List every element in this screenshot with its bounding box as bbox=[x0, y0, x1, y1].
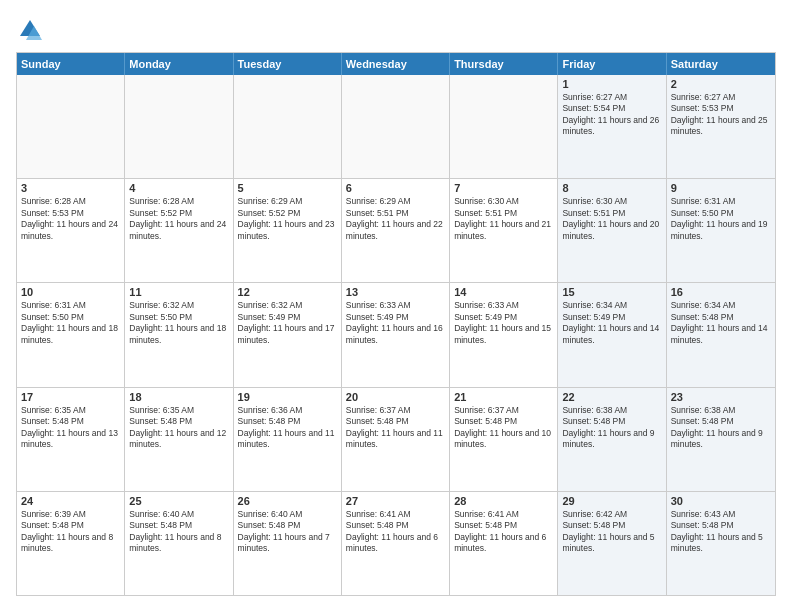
day-number: 7 bbox=[454, 182, 553, 194]
day-info: Sunrise: 6:36 AM Sunset: 5:48 PM Dayligh… bbox=[238, 405, 337, 451]
cal-cell: 22Sunrise: 6:38 AM Sunset: 5:48 PM Dayli… bbox=[558, 388, 666, 491]
day-info: Sunrise: 6:38 AM Sunset: 5:48 PM Dayligh… bbox=[562, 405, 661, 451]
day-info: Sunrise: 6:32 AM Sunset: 5:50 PM Dayligh… bbox=[129, 300, 228, 346]
day-info: Sunrise: 6:35 AM Sunset: 5:48 PM Dayligh… bbox=[129, 405, 228, 451]
day-number: 29 bbox=[562, 495, 661, 507]
cal-cell: 27Sunrise: 6:41 AM Sunset: 5:48 PM Dayli… bbox=[342, 492, 450, 595]
cal-cell: 13Sunrise: 6:33 AM Sunset: 5:49 PM Dayli… bbox=[342, 283, 450, 386]
day-number: 8 bbox=[562, 182, 661, 194]
day-number: 25 bbox=[129, 495, 228, 507]
day-number: 20 bbox=[346, 391, 445, 403]
day-number: 30 bbox=[671, 495, 771, 507]
calendar-body: 1Sunrise: 6:27 AM Sunset: 5:54 PM Daylig… bbox=[17, 75, 775, 595]
cal-cell: 11Sunrise: 6:32 AM Sunset: 5:50 PM Dayli… bbox=[125, 283, 233, 386]
day-number: 22 bbox=[562, 391, 661, 403]
cal-cell bbox=[125, 75, 233, 178]
calendar-header: SundayMondayTuesdayWednesdayThursdayFrid… bbox=[17, 53, 775, 75]
day-number: 18 bbox=[129, 391, 228, 403]
day-info: Sunrise: 6:27 AM Sunset: 5:53 PM Dayligh… bbox=[671, 92, 771, 138]
day-info: Sunrise: 6:34 AM Sunset: 5:49 PM Dayligh… bbox=[562, 300, 661, 346]
cal-cell: 29Sunrise: 6:42 AM Sunset: 5:48 PM Dayli… bbox=[558, 492, 666, 595]
day-info: Sunrise: 6:33 AM Sunset: 5:49 PM Dayligh… bbox=[346, 300, 445, 346]
day-number: 11 bbox=[129, 286, 228, 298]
day-number: 6 bbox=[346, 182, 445, 194]
day-number: 27 bbox=[346, 495, 445, 507]
day-number: 2 bbox=[671, 78, 771, 90]
day-info: Sunrise: 6:37 AM Sunset: 5:48 PM Dayligh… bbox=[454, 405, 553, 451]
day-info: Sunrise: 6:43 AM Sunset: 5:48 PM Dayligh… bbox=[671, 509, 771, 555]
header-cell-friday: Friday bbox=[558, 53, 666, 75]
header-cell-thursday: Thursday bbox=[450, 53, 558, 75]
header-cell-sunday: Sunday bbox=[17, 53, 125, 75]
day-number: 28 bbox=[454, 495, 553, 507]
day-number: 5 bbox=[238, 182, 337, 194]
day-info: Sunrise: 6:28 AM Sunset: 5:52 PM Dayligh… bbox=[129, 196, 228, 242]
cal-cell: 5Sunrise: 6:29 AM Sunset: 5:52 PM Daylig… bbox=[234, 179, 342, 282]
day-number: 10 bbox=[21, 286, 120, 298]
cal-cell: 28Sunrise: 6:41 AM Sunset: 5:48 PM Dayli… bbox=[450, 492, 558, 595]
page: SundayMondayTuesdayWednesdayThursdayFrid… bbox=[0, 0, 792, 612]
day-info: Sunrise: 6:32 AM Sunset: 5:49 PM Dayligh… bbox=[238, 300, 337, 346]
cal-cell: 24Sunrise: 6:39 AM Sunset: 5:48 PM Dayli… bbox=[17, 492, 125, 595]
cal-cell: 7Sunrise: 6:30 AM Sunset: 5:51 PM Daylig… bbox=[450, 179, 558, 282]
cal-cell bbox=[234, 75, 342, 178]
day-number: 15 bbox=[562, 286, 661, 298]
week-row-3: 17Sunrise: 6:35 AM Sunset: 5:48 PM Dayli… bbox=[17, 388, 775, 492]
cal-cell bbox=[342, 75, 450, 178]
cal-cell: 6Sunrise: 6:29 AM Sunset: 5:51 PM Daylig… bbox=[342, 179, 450, 282]
cal-cell: 15Sunrise: 6:34 AM Sunset: 5:49 PM Dayli… bbox=[558, 283, 666, 386]
day-number: 1 bbox=[562, 78, 661, 90]
week-row-4: 24Sunrise: 6:39 AM Sunset: 5:48 PM Dayli… bbox=[17, 492, 775, 595]
day-number: 9 bbox=[671, 182, 771, 194]
header-cell-saturday: Saturday bbox=[667, 53, 775, 75]
calendar: SundayMondayTuesdayWednesdayThursdayFrid… bbox=[16, 52, 776, 596]
logo bbox=[16, 16, 48, 44]
day-number: 3 bbox=[21, 182, 120, 194]
day-number: 17 bbox=[21, 391, 120, 403]
cal-cell: 3Sunrise: 6:28 AM Sunset: 5:53 PM Daylig… bbox=[17, 179, 125, 282]
cal-cell: 12Sunrise: 6:32 AM Sunset: 5:49 PM Dayli… bbox=[234, 283, 342, 386]
day-info: Sunrise: 6:42 AM Sunset: 5:48 PM Dayligh… bbox=[562, 509, 661, 555]
day-number: 19 bbox=[238, 391, 337, 403]
cal-cell: 18Sunrise: 6:35 AM Sunset: 5:48 PM Dayli… bbox=[125, 388, 233, 491]
day-info: Sunrise: 6:37 AM Sunset: 5:48 PM Dayligh… bbox=[346, 405, 445, 451]
header bbox=[16, 16, 776, 44]
day-info: Sunrise: 6:35 AM Sunset: 5:48 PM Dayligh… bbox=[21, 405, 120, 451]
day-info: Sunrise: 6:40 AM Sunset: 5:48 PM Dayligh… bbox=[238, 509, 337, 555]
cal-cell bbox=[450, 75, 558, 178]
cal-cell: 23Sunrise: 6:38 AM Sunset: 5:48 PM Dayli… bbox=[667, 388, 775, 491]
header-cell-tuesday: Tuesday bbox=[234, 53, 342, 75]
day-info: Sunrise: 6:27 AM Sunset: 5:54 PM Dayligh… bbox=[562, 92, 661, 138]
day-info: Sunrise: 6:28 AM Sunset: 5:53 PM Dayligh… bbox=[21, 196, 120, 242]
cal-cell: 1Sunrise: 6:27 AM Sunset: 5:54 PM Daylig… bbox=[558, 75, 666, 178]
day-number: 12 bbox=[238, 286, 337, 298]
cal-cell: 17Sunrise: 6:35 AM Sunset: 5:48 PM Dayli… bbox=[17, 388, 125, 491]
day-info: Sunrise: 6:30 AM Sunset: 5:51 PM Dayligh… bbox=[454, 196, 553, 242]
cal-cell: 9Sunrise: 6:31 AM Sunset: 5:50 PM Daylig… bbox=[667, 179, 775, 282]
cal-cell: 2Sunrise: 6:27 AM Sunset: 5:53 PM Daylig… bbox=[667, 75, 775, 178]
day-info: Sunrise: 6:29 AM Sunset: 5:51 PM Dayligh… bbox=[346, 196, 445, 242]
day-info: Sunrise: 6:40 AM Sunset: 5:48 PM Dayligh… bbox=[129, 509, 228, 555]
day-info: Sunrise: 6:31 AM Sunset: 5:50 PM Dayligh… bbox=[671, 196, 771, 242]
cal-cell: 14Sunrise: 6:33 AM Sunset: 5:49 PM Dayli… bbox=[450, 283, 558, 386]
cal-cell: 25Sunrise: 6:40 AM Sunset: 5:48 PM Dayli… bbox=[125, 492, 233, 595]
cal-cell: 26Sunrise: 6:40 AM Sunset: 5:48 PM Dayli… bbox=[234, 492, 342, 595]
day-number: 21 bbox=[454, 391, 553, 403]
week-row-1: 3Sunrise: 6:28 AM Sunset: 5:53 PM Daylig… bbox=[17, 179, 775, 283]
day-info: Sunrise: 6:30 AM Sunset: 5:51 PM Dayligh… bbox=[562, 196, 661, 242]
day-number: 26 bbox=[238, 495, 337, 507]
header-cell-wednesday: Wednesday bbox=[342, 53, 450, 75]
day-info: Sunrise: 6:41 AM Sunset: 5:48 PM Dayligh… bbox=[454, 509, 553, 555]
day-info: Sunrise: 6:29 AM Sunset: 5:52 PM Dayligh… bbox=[238, 196, 337, 242]
cal-cell: 20Sunrise: 6:37 AM Sunset: 5:48 PM Dayli… bbox=[342, 388, 450, 491]
cal-cell: 30Sunrise: 6:43 AM Sunset: 5:48 PM Dayli… bbox=[667, 492, 775, 595]
day-info: Sunrise: 6:31 AM Sunset: 5:50 PM Dayligh… bbox=[21, 300, 120, 346]
week-row-2: 10Sunrise: 6:31 AM Sunset: 5:50 PM Dayli… bbox=[17, 283, 775, 387]
cal-cell: 21Sunrise: 6:37 AM Sunset: 5:48 PM Dayli… bbox=[450, 388, 558, 491]
cal-cell: 4Sunrise: 6:28 AM Sunset: 5:52 PM Daylig… bbox=[125, 179, 233, 282]
cal-cell: 8Sunrise: 6:30 AM Sunset: 5:51 PM Daylig… bbox=[558, 179, 666, 282]
day-info: Sunrise: 6:34 AM Sunset: 5:48 PM Dayligh… bbox=[671, 300, 771, 346]
cal-cell: 16Sunrise: 6:34 AM Sunset: 5:48 PM Dayli… bbox=[667, 283, 775, 386]
cal-cell: 19Sunrise: 6:36 AM Sunset: 5:48 PM Dayli… bbox=[234, 388, 342, 491]
week-row-0: 1Sunrise: 6:27 AM Sunset: 5:54 PM Daylig… bbox=[17, 75, 775, 179]
